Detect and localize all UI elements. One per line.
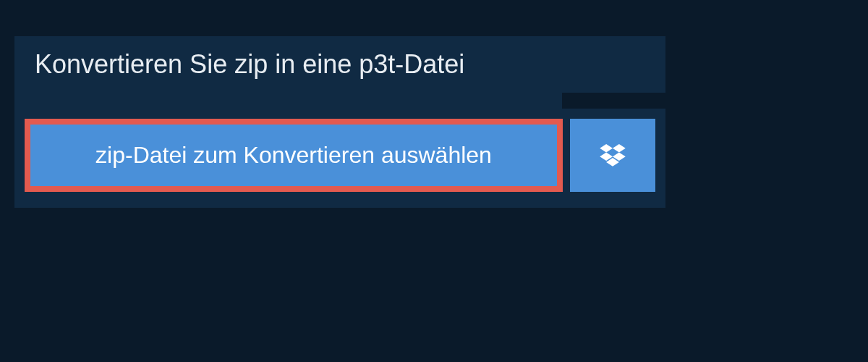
svg-marker-0 (600, 144, 613, 153)
dropbox-button[interactable] (570, 119, 655, 192)
panel-notch (14, 93, 665, 109)
dropbox-icon (600, 144, 626, 167)
select-file-button[interactable]: zip-Datei zum Konvertieren auswählen (25, 119, 563, 192)
converter-panel: Konvertieren Sie zip in eine p3t-Datei z… (14, 36, 665, 208)
select-file-label: zip-Datei zum Konvertieren auswählen (95, 142, 492, 169)
page-title: Konvertieren Sie zip in eine p3t-Datei (35, 49, 464, 79)
title-bar: Konvertieren Sie zip in eine p3t-Datei (14, 36, 485, 93)
button-row: zip-Datei zum Konvertieren auswählen (14, 109, 665, 208)
svg-marker-1 (613, 144, 626, 153)
